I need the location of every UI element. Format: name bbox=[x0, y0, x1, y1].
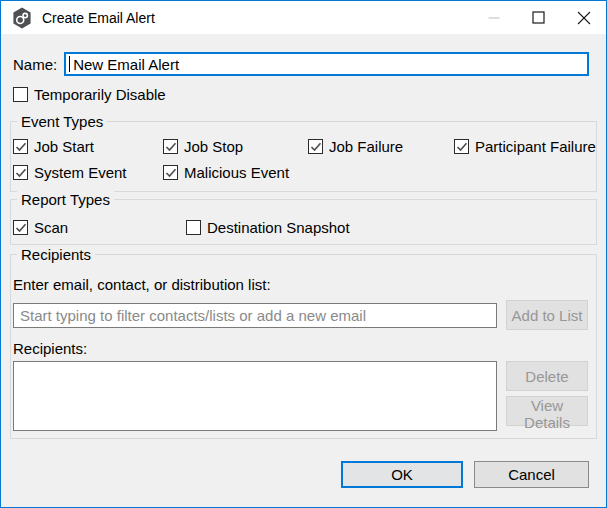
cancel-button[interactable]: Cancel bbox=[474, 461, 589, 488]
enter-email-label: Enter email, contact, or distribution li… bbox=[13, 276, 588, 293]
recipients-list-label: Recipients: bbox=[13, 340, 588, 357]
event-types-group: Event Types Job Start Job Stop Job Failu… bbox=[10, 121, 597, 192]
maximize-button[interactable] bbox=[516, 1, 561, 34]
checkbox-scan[interactable]: Scan bbox=[13, 219, 186, 236]
maximize-icon bbox=[532, 11, 545, 24]
checkbox-label: Scan bbox=[34, 219, 68, 236]
checkbox-label: Job Failure bbox=[329, 138, 403, 155]
checkmark-icon bbox=[15, 223, 27, 233]
checkbox-box bbox=[13, 139, 28, 154]
checkbox-label: Destination Snapshot bbox=[207, 219, 350, 236]
checkbox-temporarily-disable[interactable]: Temporarily Disable bbox=[1, 86, 606, 102]
checkbox-box bbox=[13, 165, 28, 180]
recipients-listbox[interactable] bbox=[13, 361, 497, 431]
checkmark-icon bbox=[165, 168, 177, 178]
recipients-legend: Recipients bbox=[17, 246, 95, 264]
close-icon bbox=[577, 11, 591, 25]
name-input-wrap bbox=[64, 52, 589, 76]
filter-row: Add to List bbox=[13, 300, 588, 330]
checkbox-box bbox=[13, 220, 28, 235]
report-types-legend: Report Types bbox=[17, 191, 114, 209]
name-row: Name: bbox=[1, 52, 606, 76]
checkbox-job-start[interactable]: Job Start bbox=[13, 138, 163, 155]
checkmark-icon bbox=[310, 142, 322, 152]
checkbox-box bbox=[163, 139, 178, 154]
checkbox-label: Malicious Event bbox=[184, 164, 289, 181]
checkbox-label: Participant Failure bbox=[475, 138, 596, 155]
checkbox-label: Job Start bbox=[34, 138, 94, 155]
checkbox-label: Job Stop bbox=[184, 138, 243, 155]
footer: OK Cancel bbox=[1, 461, 606, 488]
checkbox-job-failure[interactable]: Job Failure bbox=[308, 138, 454, 155]
checkbox-box bbox=[163, 165, 178, 180]
add-to-list-button[interactable]: Add to List bbox=[506, 300, 588, 330]
contact-filter-input[interactable] bbox=[13, 303, 497, 328]
report-types-group: Report Types Scan Destination Snapshot bbox=[10, 199, 597, 245]
checkbox-box bbox=[13, 87, 28, 102]
titlebar: Create Email Alert bbox=[1, 1, 606, 34]
minimize-button[interactable] bbox=[471, 1, 516, 34]
checkbox-destination-snapshot[interactable]: Destination Snapshot bbox=[186, 219, 596, 236]
checkmark-icon bbox=[15, 142, 27, 152]
checkmark-icon bbox=[165, 142, 177, 152]
checkbox-label: Temporarily Disable bbox=[34, 86, 166, 103]
checkbox-box bbox=[308, 139, 323, 154]
minimize-icon bbox=[488, 12, 500, 24]
checkbox-participant-failure[interactable]: Participant Failure bbox=[454, 138, 596, 155]
recipients-group: Recipients Enter email, contact, or dist… bbox=[10, 254, 597, 439]
text-caret bbox=[69, 56, 70, 72]
checkbox-malicious-event[interactable]: Malicious Event bbox=[163, 164, 308, 181]
ok-button[interactable]: OK bbox=[341, 461, 463, 488]
checkbox-job-stop[interactable]: Job Stop bbox=[163, 138, 308, 155]
name-label: Name: bbox=[13, 56, 57, 73]
close-button[interactable] bbox=[561, 1, 606, 34]
name-input[interactable] bbox=[64, 52, 589, 76]
list-action-buttons: Delete View Details bbox=[506, 361, 588, 426]
delete-button[interactable]: Delete bbox=[506, 361, 588, 391]
checkmark-icon bbox=[15, 168, 27, 178]
window-title: Create Email Alert bbox=[42, 10, 155, 26]
create-email-alert-dialog: Create Email Alert Name: Temporarily Dis… bbox=[0, 0, 607, 508]
checkbox-system-event[interactable]: System Event bbox=[13, 164, 163, 181]
app-logo-icon bbox=[12, 7, 32, 29]
checkmark-icon bbox=[456, 142, 468, 152]
checkbox-label: System Event bbox=[34, 164, 127, 181]
event-types-legend: Event Types bbox=[17, 113, 107, 131]
view-details-button[interactable]: View Details bbox=[506, 396, 588, 426]
checkbox-box bbox=[186, 220, 201, 235]
checkbox-box bbox=[454, 139, 469, 154]
recipients-list-row: Delete View Details bbox=[13, 361, 588, 431]
